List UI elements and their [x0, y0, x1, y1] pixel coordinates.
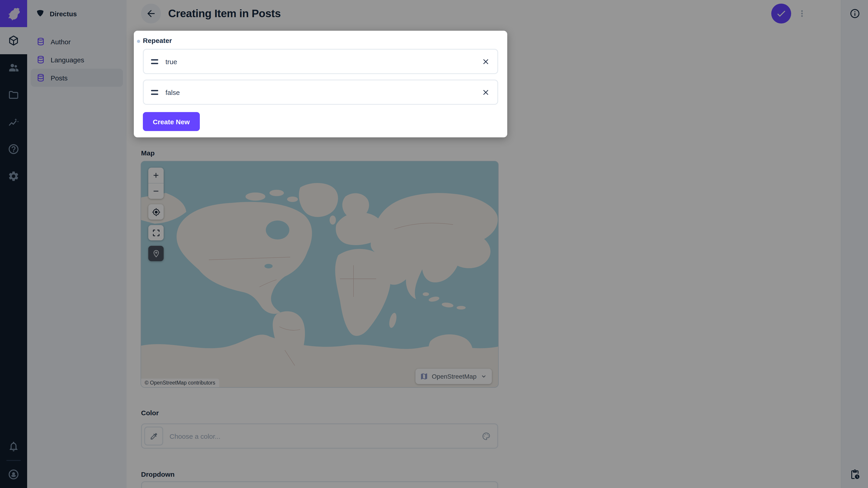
close-icon: [482, 57, 490, 66]
edited-dot: [137, 40, 140, 43]
repeater-row-value: false: [165, 88, 180, 96]
close-icon: [482, 88, 490, 96]
drag-handle-icon[interactable]: [151, 90, 158, 95]
repeater-popover: Repeater true false Create New: [134, 31, 507, 137]
drag-handle-icon[interactable]: [151, 59, 158, 64]
repeater-row-true[interactable]: true: [143, 49, 498, 74]
repeater-row-value: true: [165, 58, 177, 65]
repeater-field-label: Repeater: [143, 37, 172, 44]
app-root: Directus Author: [0, 0, 868, 488]
remove-row-button[interactable]: [482, 57, 490, 66]
remove-row-button[interactable]: [482, 88, 490, 96]
create-new-button[interactable]: Create New: [143, 112, 199, 131]
repeater-row-false[interactable]: false: [143, 79, 498, 105]
